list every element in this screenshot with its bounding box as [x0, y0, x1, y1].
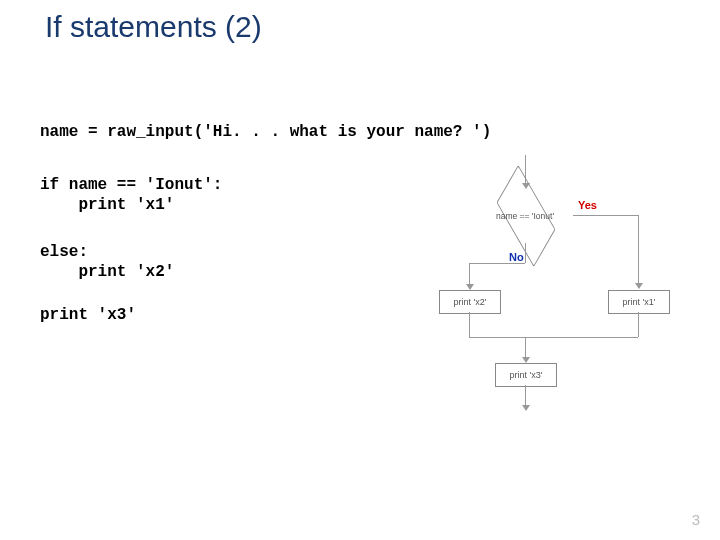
code-line-print: print 'x3'	[40, 305, 136, 325]
slide-title: If statements (2)	[45, 10, 262, 44]
flow-box-x1: print 'x1'	[608, 290, 670, 314]
flow-decision-text: name == 'Ionut'	[485, 211, 565, 221]
page-number: 3	[692, 511, 700, 528]
code-block-else: else: print 'x2'	[40, 242, 174, 282]
code-block-if: if name == 'Ionut': print 'x1'	[40, 175, 222, 215]
flow-no-label: No	[509, 251, 524, 263]
code-line-rawinput: name = raw_input('Hi. . . what is your n…	[40, 122, 491, 142]
flow-box-x2: print 'x2'	[439, 290, 501, 314]
flow-yes-label: Yes	[578, 199, 597, 211]
flowchart: name == 'Ionut' Yes No print 'x2' print …	[425, 155, 705, 425]
flow-box-x3: print 'x3'	[495, 363, 557, 387]
